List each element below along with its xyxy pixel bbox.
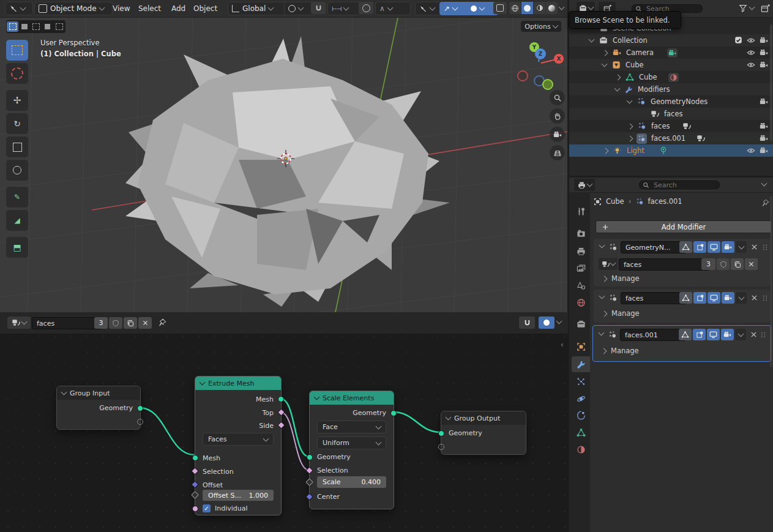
virtual-output-socket[interactable] — [137, 419, 143, 425]
modifier-extras-dropdown[interactable] — [736, 292, 747, 304]
outliner-row-collection[interactable]: Collection — [569, 34, 773, 47]
edit-mode-toggle[interactable] — [679, 329, 692, 340]
options-button[interactable]: Options — [521, 21, 561, 32]
modifier-name-field[interactable]: faces.001 — [620, 329, 686, 341]
outliner-row-faces-tree[interactable]: faces — [569, 108, 773, 120]
shading-material-button[interactable] — [534, 2, 545, 14]
virtual-input-socket[interactable] — [438, 444, 444, 450]
shading-solid-button[interactable] — [521, 2, 533, 14]
breadcrumb-object[interactable]: Cube — [606, 197, 624, 206]
node-header[interactable]: Scale Elements — [310, 391, 394, 405]
drag-grip-icon[interactable] — [761, 294, 769, 302]
modifier-name-field[interactable]: faces — [621, 292, 687, 304]
select-mode-subtract-button[interactable] — [30, 21, 42, 32]
pivot-point-dropdown[interactable] — [284, 2, 315, 15]
properties-scrollbar[interactable] — [770, 196, 772, 367]
snap-toggle-button[interactable] — [311, 2, 326, 14]
geometry-output-socket[interactable] — [137, 405, 143, 411]
new-tree-button[interactable] — [731, 258, 744, 270]
camera-view-button[interactable] — [550, 127, 565, 142]
tab-output[interactable] — [572, 243, 590, 259]
expand-chevron[interactable] — [599, 293, 605, 299]
scale-slider[interactable]: Scale0.400 — [317, 476, 386, 488]
tab-tool[interactable] — [572, 203, 590, 219]
menu-object[interactable]: Object — [191, 0, 220, 17]
shading-wireframe-button[interactable] — [509, 2, 521, 14]
drag-grip-icon[interactable] — [761, 244, 769, 251]
tool-transform-button[interactable] — [6, 160, 28, 181]
node-group-output[interactable]: Group Output Geometry — [441, 411, 526, 455]
domain-dropdown[interactable]: Face — [317, 421, 386, 433]
ortho-toggle-button[interactable] — [550, 145, 565, 160]
modifier-panel-geometrynodes[interactable]: GeometryN... faces 3 Manage — [594, 239, 770, 287]
pan-button[interactable] — [550, 108, 565, 124]
tab-scene[interactable] — [572, 277, 590, 293]
tab-object-data[interactable] — [572, 424, 590, 440]
proportional-edit-button[interactable] — [359, 2, 373, 14]
individual-input-socket[interactable] — [192, 506, 198, 512]
manage-subpanel[interactable]: Manage — [602, 347, 639, 355]
axis-y-neg-ball[interactable] — [542, 79, 553, 90]
outliner-row-faces-modifier[interactable]: faces — [569, 120, 773, 132]
axis-x-neg-ball[interactable] — [517, 70, 528, 81]
manage-subpanel[interactable]: Manage — [602, 309, 640, 318]
tool-measure-button[interactable]: ◢ — [6, 210, 28, 231]
tool-cursor-button[interactable] — [6, 63, 28, 84]
hide-eye-icon[interactable] — [747, 36, 755, 45]
on-cage-toggle[interactable] — [693, 292, 706, 304]
tool-add-cube-button[interactable]: ⬒ — [6, 237, 28, 258]
proportional-falloff-dropdown[interactable]: ∧ — [375, 2, 411, 15]
close-icon[interactable] — [750, 331, 758, 339]
zoom-button[interactable] — [550, 90, 565, 105]
select-mode-set-button[interactable] — [7, 21, 18, 32]
tab-collection[interactable] — [572, 316, 590, 332]
outliner-filter-button[interactable] — [736, 2, 756, 14]
users-count-button[interactable]: 3 — [701, 258, 715, 270]
select-mode-extend-button[interactable] — [18, 21, 30, 32]
tab-particles[interactable] — [572, 373, 590, 389]
tab-view-layer[interactable] — [572, 260, 590, 276]
viewport-3d[interactable]: Options User Perspective (1) Collection … — [0, 18, 567, 312]
render-camera-icon[interactable] — [760, 48, 768, 57]
realtime-toggle[interactable] — [708, 292, 720, 304]
outliner-row-geometrynodes[interactable]: GeometryNodes — [569, 96, 773, 108]
manage-subpanel[interactable]: Manage — [602, 274, 640, 283]
menu-select[interactable]: Select — [136, 0, 163, 17]
shading-rendered-button[interactable] — [546, 2, 558, 14]
outliner-row-cube-mesh[interactable]: Cube — [569, 71, 773, 83]
on-cage-toggle[interactable] — [693, 329, 706, 340]
tool-move-button[interactable]: ✢ — [6, 90, 28, 111]
node-group-input[interactable]: Group Input Geometry — [56, 386, 141, 430]
close-icon[interactable] — [750, 294, 758, 302]
render-camera-icon[interactable] — [760, 36, 768, 45]
outliner-row-light[interactable]: Light — [569, 144, 773, 157]
tool-select-box-button[interactable] — [6, 40, 28, 61]
exclude-checkbox[interactable] — [734, 36, 742, 44]
outliner-row-cube-object[interactable]: Cube — [569, 59, 773, 71]
node-header[interactable]: Group Input — [57, 386, 140, 400]
tab-material[interactable] — [572, 441, 590, 457]
render-toggle[interactable] — [721, 329, 734, 340]
expand-chevron[interactable] — [599, 242, 605, 249]
new-collection-button[interactable] — [759, 2, 771, 14]
node-tree-name-field[interactable]: faces — [619, 258, 710, 271]
geometry-input-socket[interactable] — [438, 430, 444, 436]
node-tree-browse-button[interactable] — [599, 258, 618, 270]
mesh-output-socket[interactable] — [278, 396, 284, 402]
xray-toggle-button[interactable] — [493, 2, 507, 14]
properties-options-chevron[interactable] — [761, 181, 767, 187]
on-cage-toggle[interactable] — [693, 241, 706, 253]
extrude-mode-dropdown[interactable]: Faces — [203, 433, 274, 446]
add-modifier-button[interactable]: Add Modifier — [596, 220, 772, 233]
properties-search[interactable] — [638, 179, 721, 190]
menu-add[interactable]: Add — [169, 0, 188, 17]
realtime-toggle[interactable] — [707, 329, 720, 340]
axis-x-ball[interactable]: X — [554, 54, 564, 64]
tab-physics[interactable] — [572, 391, 590, 406]
unlink-button[interactable] — [745, 258, 758, 270]
modifier-extras-dropdown[interactable] — [736, 241, 747, 253]
render-toggle[interactable] — [722, 292, 734, 304]
render-camera-icon[interactable] — [760, 97, 768, 106]
geometry-output-socket[interactable] — [390, 410, 397, 416]
properties-search-input[interactable] — [652, 181, 698, 190]
